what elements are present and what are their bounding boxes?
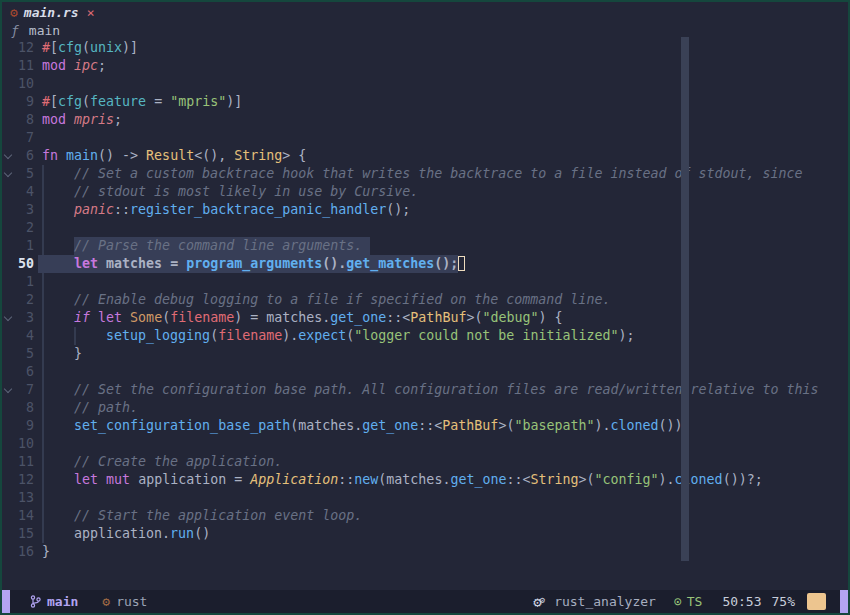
mode-block-right [840,590,848,613]
line-number[interactable]: 8 [2,111,34,129]
line-number[interactable]: 4 [2,183,34,201]
code-line[interactable]: 13 [2,489,848,507]
code-line[interactable]: 3 panic::register_backtrace_panic_handle… [2,201,848,219]
scrollbar-thumb[interactable] [681,37,689,561]
line-number[interactable]: 12 [2,471,34,489]
line-number[interactable]: 7 [2,129,34,147]
code-line[interactable]: 1 // Parse the command line arguments. [2,237,848,255]
line-number[interactable]: 2 [2,219,34,237]
filetype-label: rust [116,594,147,609]
code-text: } [42,543,50,561]
line-number[interactable]: 10 [2,75,34,93]
code-text: panic::register_backtrace_panic_handler(… [42,201,410,219]
line-number[interactable]: 11 [2,453,34,471]
line-number[interactable]: 6 [2,147,34,165]
code-text: application.run() [42,525,210,543]
code-text: mod ipc; [42,57,106,75]
code-text: // Set the configuration base path. All … [42,381,819,399]
line-number[interactable]: 15 [2,525,34,543]
line-number[interactable]: 8 [2,399,34,417]
code-text: // path. [42,399,138,417]
code-text: // Start the application event loop. [42,507,362,525]
scroll-percent: 75% [772,594,795,609]
code-line[interactable]: 4 setup_logging(filename).expect("logger… [2,327,848,345]
code-line[interactable]: 12#[cfg(unix)] [2,39,848,57]
line-number[interactable]: 5 [2,345,34,363]
git-branch-section: main [30,594,78,609]
tab-bar: ⚙ main.rs × [2,2,848,22]
code-line[interactable]: 9 set_configuration_base_path(matches.ge… [2,417,848,435]
editor-window: ⚙ main.rs × ƒ main 12#[cfg(unix)]11mod i… [0,0,850,615]
cursor-position: 50:53 [722,594,761,609]
code-line[interactable]: 11mod ipc; [2,57,848,75]
code-line[interactable]: 11 // Create the application. [2,453,848,471]
code-line[interactable]: 2 [2,219,848,237]
code-line[interactable]: 6fn main() -> Result<(), String> { [2,147,848,165]
code-text: fn main() -> Result<(), String> { [42,147,306,165]
line-number[interactable]: 7 [2,381,34,399]
treesitter-icon: ⊙ [674,594,682,609]
code-line[interactable]: 5 // Set a custom backtrace hook that wr… [2,165,848,183]
tab-close-icon[interactable]: × [87,5,95,20]
code-text: let mut application = Application::new(m… [42,471,763,489]
line-number[interactable]: 10 [2,435,34,453]
code-line[interactable]: 6 [2,363,848,381]
tab-main-rs[interactable]: ⚙ main.rs × [2,2,104,22]
code-line[interactable]: 10 [2,435,848,453]
tab-title: main.rs [24,5,79,20]
lsp-gears-icon: ⚙⚙ [533,594,547,610]
branch-name: main [47,594,78,609]
line-number[interactable]: 4 [2,327,34,345]
code-line[interactable]: 9#[cfg(feature = "mpris")] [2,93,848,111]
breadcrumb: ƒ main [2,22,848,39]
rust-logo-icon: ⚙ [10,6,18,19]
code-text: #[cfg(feature = "mpris")] [42,93,242,111]
code-line[interactable]: 7 // Set the configuration base path. Al… [2,381,848,399]
code-area[interactable]: 12#[cfg(unix)]11mod ipc;109#[cfg(feature… [2,39,848,563]
code-line[interactable]: 1 [2,273,848,291]
filetype-section: ⚙ rust [102,594,147,609]
text-cursor [458,256,465,271]
code-line[interactable]: 5 } [2,345,848,363]
line-number[interactable]: 11 [2,57,34,75]
code-line[interactable]: 12 let mut application = Application::ne… [2,471,848,489]
line-number[interactable]: 9 [2,93,34,111]
code-text: setup_logging(filename).expect("logger c… [42,327,634,345]
code-line[interactable]: 2 // Enable debug logging to a file if s… [2,291,848,309]
status-bar: main ⚙ rust ⚙⚙ rust_analyzer ⊙ TS 50:53 … [2,590,848,613]
code-text: } [42,345,82,363]
code-line[interactable]: 50 let matches = program_arguments().get… [2,255,848,273]
code-line[interactable]: 7 [2,129,848,147]
code-line[interactable]: 8mod mpris; [2,111,848,129]
code-text: #[cfg(unix)] [42,39,138,57]
code-line[interactable]: 14 // Start the application event loop. [2,507,848,525]
line-number[interactable]: 1 [2,273,34,291]
code-text: // Create the application. [42,453,282,471]
code-text: set_configuration_base_path(matches.get_… [42,417,691,435]
line-number[interactable]: 12 [2,39,34,57]
line-number[interactable]: 14 [2,507,34,525]
line-number[interactable]: 50 [2,255,34,273]
code-line[interactable]: 3 if let Some(filename) = matches.get_on… [2,309,848,327]
line-number[interactable]: 9 [2,417,34,435]
code-line[interactable]: 8 // path. [2,399,848,417]
line-number[interactable]: 1 [2,237,34,255]
treesitter-label: TS [687,594,703,609]
lsp-server-name: rust_analyzer [554,594,656,609]
line-number[interactable]: 5 [2,165,34,183]
code-line[interactable]: 4 // stdout is most likely in use by Cur… [2,183,848,201]
line-number[interactable]: 2 [2,291,34,309]
code-line[interactable]: 16} [2,543,848,561]
mode-block-left [2,590,10,613]
code-line[interactable]: 10 [2,75,848,93]
line-number[interactable]: 3 [2,201,34,219]
line-number[interactable]: 16 [2,543,34,561]
code-text: mod mpris; [42,111,122,129]
code-text: if let Some(filename) = matches.get_one:… [42,309,563,327]
breadcrumb-label: main [29,23,60,38]
code-text: // Parse the command line arguments. [42,237,362,255]
line-number[interactable]: 6 [2,363,34,381]
line-number[interactable]: 3 [2,309,34,327]
line-number[interactable]: 13 [2,489,34,507]
code-line[interactable]: 15 application.run() [2,525,848,543]
